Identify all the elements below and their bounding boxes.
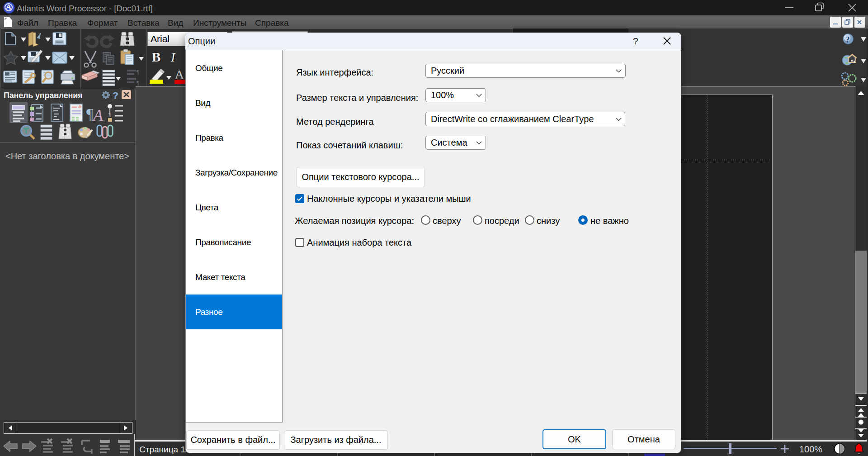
svg-text:B: B: [152, 50, 160, 64]
svg-text:?: ?: [845, 35, 850, 44]
svg-text:?: ?: [633, 36, 638, 46]
svg-text:A: A: [92, 106, 104, 124]
svg-text:I: I: [170, 50, 176, 64]
svg-text:1: 1: [108, 111, 112, 119]
svg-text:¶: ¶: [137, 69, 139, 75]
svg-text:?: ?: [113, 90, 118, 100]
svg-text:¶: ¶: [137, 80, 139, 86]
svg-text:¶: ¶: [86, 105, 94, 122]
